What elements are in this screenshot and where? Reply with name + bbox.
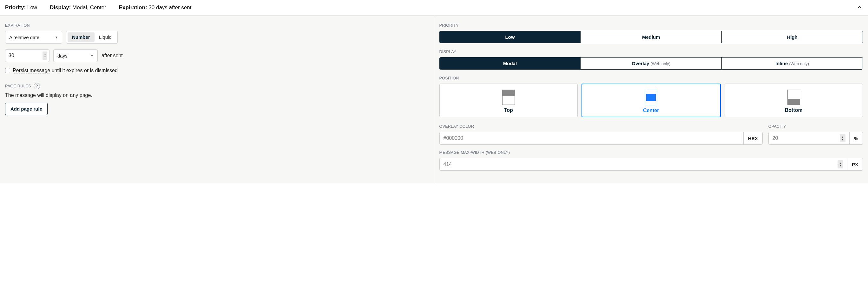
position-thumb-bottom [787, 90, 800, 105]
display-option-overlay-hint: (Web only) [651, 61, 671, 66]
summary-header[interactable]: Priority: Low Display: Modal, Center Exp… [0, 0, 868, 16]
persist-message-rest: until it expires or is dismissed [50, 68, 118, 73]
summary-display: Display: Modal, Center [50, 4, 106, 11]
add-page-rule-button[interactable]: Add page rule [5, 103, 48, 115]
page-rules-section-label: PAGE RULES [5, 84, 31, 88]
display-option-inline[interactable]: Inline (Web only) [721, 58, 863, 69]
priority-section-label: PRIORITY [439, 23, 863, 28]
expiration-mode-value: A relative date [9, 35, 39, 40]
priority-option-high[interactable]: High [721, 31, 863, 43]
caret-down-icon: ▼ [90, 54, 94, 58]
stepper-icon[interactable]: ▴▾ [840, 134, 845, 142]
expiration-section-label: EXPIRATION [5, 23, 429, 28]
persist-message-label: Persist message until it expires or is d… [13, 68, 118, 74]
stepper-icon[interactable]: ▴▾ [42, 52, 47, 60]
position-section-label: POSITION [439, 76, 863, 80]
chevron-up-icon[interactable] [857, 4, 862, 11]
opacity-section-label: OPACITY [768, 124, 863, 129]
expiration-format-number[interactable]: Number [68, 32, 95, 42]
summary-priority-value: Low [27, 4, 37, 10]
page-rules-description: The message will display on any page. [5, 92, 429, 98]
max-width-input-wrap: ▴▾ PX [439, 158, 863, 171]
summary-expiration-label: Expiration: [119, 4, 147, 10]
display-section-label: DISPLAY [439, 50, 863, 54]
expiration-mode-select[interactable]: A relative date ▼ [5, 31, 62, 44]
left-panel: EXPIRATION A relative date ▼ Number Liqu… [0, 16, 434, 184]
right-panel: PRIORITY Low Medium High DISPLAY Modal O… [434, 16, 868, 184]
summary-expiration-value: 30 days after sent [149, 4, 191, 10]
expiration-format-liquid[interactable]: Liquid [95, 32, 116, 42]
priority-button-group: Low Medium High [439, 31, 863, 43]
display-option-modal[interactable]: Modal [440, 58, 581, 69]
persist-message-link[interactable]: Persist message [13, 68, 50, 74]
priority-option-low[interactable]: Low [440, 31, 581, 43]
position-option-bottom[interactable]: Bottom [724, 84, 863, 117]
max-width-unit: PX [847, 158, 863, 170]
after-sent-label: after sent [101, 53, 123, 58]
opacity-unit: % [849, 132, 863, 144]
expiration-format-toggle: Number Liquid [66, 31, 118, 44]
expiration-unit-value: days [57, 53, 68, 58]
summary-display-value: Modal, Center [72, 4, 106, 10]
priority-option-medium[interactable]: Medium [580, 31, 721, 43]
position-thumb-top [502, 90, 515, 105]
help-icon[interactable]: ? [34, 83, 40, 89]
opacity-input[interactable] [769, 132, 840, 144]
stepper-icon[interactable]: ▴▾ [838, 160, 843, 168]
max-width-section-label: MESSAGE MAX-WIDTH (WEB ONLY) [439, 150, 863, 155]
position-label-center: Center [582, 108, 720, 113]
expiration-unit-select[interactable]: days ▼ [53, 49, 98, 62]
position-thumb-center [645, 90, 657, 105]
max-width-input[interactable] [440, 158, 838, 170]
display-option-overlay[interactable]: Overlay (Web only) [580, 58, 721, 69]
expiration-count-input-wrap: ▴▾ [5, 49, 50, 62]
position-option-center[interactable]: Center [582, 84, 721, 117]
position-label-bottom: Bottom [725, 107, 863, 113]
overlay-color-unit: HEX [743, 132, 762, 144]
display-button-group: Modal Overlay (Web only) Inline (Web onl… [439, 57, 863, 69]
caret-down-icon: ▼ [55, 36, 58, 39]
summary-display-label: Display: [50, 4, 71, 10]
position-option-top[interactable]: Top [439, 84, 578, 117]
position-label-top: Top [440, 107, 578, 113]
persist-message-checkbox[interactable] [5, 68, 10, 73]
overlay-color-input-wrap: HEX [439, 132, 763, 145]
display-option-overlay-label: Overlay [632, 61, 649, 66]
expiration-count-input[interactable] [5, 53, 42, 58]
summary-priority-label: Priority: [5, 4, 26, 10]
summary-expiration: Expiration: 30 days after sent [119, 4, 192, 11]
overlay-color-input[interactable] [440, 132, 743, 144]
overlay-color-section-label: OVERLAY COLOR [439, 124, 763, 129]
display-option-inline-label: Inline [775, 61, 788, 66]
display-option-inline-hint: (Web only) [789, 61, 809, 66]
opacity-input-wrap: ▴▾ % [768, 132, 863, 145]
summary-priority: Priority: Low [5, 4, 37, 11]
position-card-group: Top Center Bottom [439, 84, 863, 117]
